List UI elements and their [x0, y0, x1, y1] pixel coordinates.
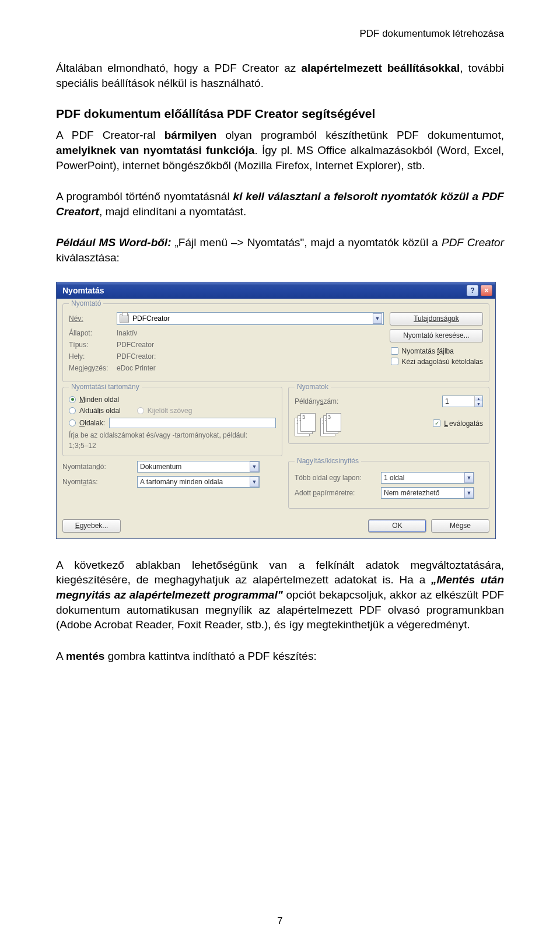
label-comment: Megjegyzés: [69, 364, 111, 372]
properties-button[interactable]: Tulajdonságok [390, 312, 483, 326]
radio-icon [69, 407, 76, 414]
value-state: Inaktív [117, 329, 368, 337]
paragraph-2: A PDF Creator-ral bármilyen olyan progra… [56, 128, 504, 173]
collate-checkbox-row[interactable]: Leválogatás [433, 419, 483, 428]
value-where: PDFCreator: [117, 352, 368, 361]
range-hint-2: 1;3;5–12 [69, 442, 276, 450]
radio-selection: Kijelölt szöveg [137, 407, 192, 415]
collate-preview: 123 123 [295, 412, 347, 438]
label-state: Állapot: [69, 329, 111, 337]
label-copies: Példányszám: [295, 397, 353, 405]
help-button[interactable]: ? [466, 285, 479, 296]
chevron-down-icon[interactable]: ▼ [464, 488, 474, 498]
page-number: 7 [0, 915, 560, 927]
copies-spinner[interactable]: 1 ▲▼ [442, 396, 483, 407]
text-bold: alapértelmezett beállításokkal [301, 62, 460, 74]
label-name: Név: [69, 314, 111, 323]
print-to-file-checkbox-row[interactable]: Nyomtatás fájlba [391, 347, 483, 355]
paragraph-1: Általában elmondható, hogy a PDF Creator… [56, 61, 504, 90]
cancel-button[interactable]: Mégse [431, 519, 489, 533]
ok-button[interactable]: OK [368, 519, 426, 533]
label: Nyomtatás fájlba [402, 347, 454, 355]
chevron-down-icon[interactable]: ▼ [373, 313, 382, 324]
radio-icon [137, 407, 144, 414]
text-bold: bármilyen [164, 129, 217, 141]
group-scale-legend: Nagyítás/kicsinyítés [295, 457, 361, 465]
group-print-range-legend: Nyomtatási tartomány [69, 383, 142, 391]
group-printer-legend: Nyomtató [69, 299, 103, 307]
more-options-button[interactable]: Egyebek... [62, 519, 121, 533]
print-dialog: Nyomtatás ? × Nyomtató Név: PDFCreator ▼… [56, 282, 496, 539]
print-range-select[interactable]: A tartomány minden oldala▼ [137, 476, 260, 488]
radio-current-page[interactable]: Aktuális oldal [69, 407, 121, 415]
printer-name-combo[interactable]: PDFCreator ▼ [117, 312, 384, 325]
radio-on-icon [69, 396, 76, 403]
radio-pages[interactable]: Oldalak: [69, 418, 276, 428]
close-button[interactable]: × [480, 285, 493, 296]
text: A programból történő nyomtatásnál [56, 190, 233, 202]
text-bold: amelyiknek van nyomtatási funkciója [56, 144, 254, 156]
value-type: PDFCreator [117, 341, 368, 349]
radio-all-pages[interactable]: Minden oldal [69, 396, 276, 404]
checkbox-checked-icon [433, 419, 440, 427]
text-bold: mentés [66, 650, 105, 662]
paragraph-3: A programból történő nyomtatásnál ki kel… [56, 189, 504, 219]
label-print-range-mode: Nyomtatás: [62, 478, 132, 486]
pages-input[interactable] [109, 418, 276, 428]
range-hint: Írja be az oldalszámokat és/vagy -tartom… [69, 431, 276, 439]
label: Kézi adagolású kétoldalas [402, 358, 483, 366]
radio-icon [69, 419, 76, 426]
chevron-down-icon[interactable]: ▼ [250, 461, 259, 472]
paper-scale-select[interactable]: Nem méretezhető▼ [381, 487, 474, 499]
manual-duplex-checkbox-row[interactable]: Kézi adagolású kétoldalas [391, 358, 483, 366]
per-sheet-select[interactable]: 1 oldal▼ [381, 472, 474, 484]
group-copies-legend: Nyomatok [295, 383, 331, 391]
label-print-what: Nyomtatandó: [62, 463, 132, 471]
paragraph-6: A mentés gombra kattintva indítható a PD… [56, 649, 504, 664]
spin-up-icon[interactable]: ▲ [475, 396, 482, 401]
value-comment: eDoc Printer [117, 364, 368, 372]
chevron-down-icon[interactable]: ▼ [464, 473, 474, 483]
label-type: Típus: [69, 341, 111, 349]
paragraph-4: Például MS Word-ből: „Fájl menü –> Nyomt… [56, 235, 504, 265]
page-header-right: PDF dokumentumok létrehozása [56, 28, 504, 40]
label-per-sheet: Több oldal egy lapon: [295, 474, 376, 482]
text: olyan programból készíthetünk PDF dokume… [216, 129, 504, 141]
text-italic: PDF Creator [442, 236, 504, 249]
titlebar[interactable]: Nyomtatás ? × [57, 282, 495, 299]
text: A PDF Creator-ral [56, 129, 164, 141]
text: , majd elindítani a nyomtatást. [99, 205, 246, 218]
group-copies: Nyomatok Példányszám: 1 ▲▼ 123 [288, 387, 489, 444]
copies-value: 1 [443, 397, 474, 405]
text: Általában elmondható, hogy a PDF Creator… [56, 62, 301, 74]
group-print-range: Nyomtatási tartomány Minden oldal Aktuál… [62, 387, 282, 456]
checkbox-icon [391, 347, 398, 355]
label-where: Hely: [69, 352, 111, 361]
text: A [56, 650, 66, 662]
group-printer: Nyomtató Név: PDFCreator ▼ Tulajdonságok… [62, 303, 489, 382]
window-title: Nyomtatás [62, 286, 465, 295]
text-bolditalic: Például MS Word-ből: [56, 236, 171, 249]
spin-down-icon[interactable]: ▼ [475, 401, 482, 407]
section-heading: PDF dokumentum előállítása PDF Creator s… [56, 107, 504, 121]
printer-icon [120, 314, 129, 323]
text: kiválasztása: [56, 251, 120, 264]
chevron-down-icon[interactable]: ▼ [250, 477, 259, 487]
label-paper-scale: Adott papírméretre: [295, 489, 376, 497]
paragraph-5: A következő ablakban lehetőségünk van a … [56, 558, 504, 632]
text: gombra kattintva indítható a PDF készíté… [104, 650, 316, 662]
group-scale: Nagyítás/kicsinyítés Több oldal egy lapo… [288, 461, 489, 509]
print-what-select[interactable]: Dokumentum▼ [137, 461, 260, 473]
find-printer-button[interactable]: Nyomtató keresése... [390, 329, 483, 342]
printer-name-value: PDFCreator [132, 314, 369, 323]
text: „Fájl menü –> Nyomtatás", majd a nyomtat… [171, 236, 442, 249]
dialog-body: Nyomtató Név: PDFCreator ▼ Tulajdonságok… [57, 299, 495, 538]
checkbox-icon [391, 358, 398, 365]
